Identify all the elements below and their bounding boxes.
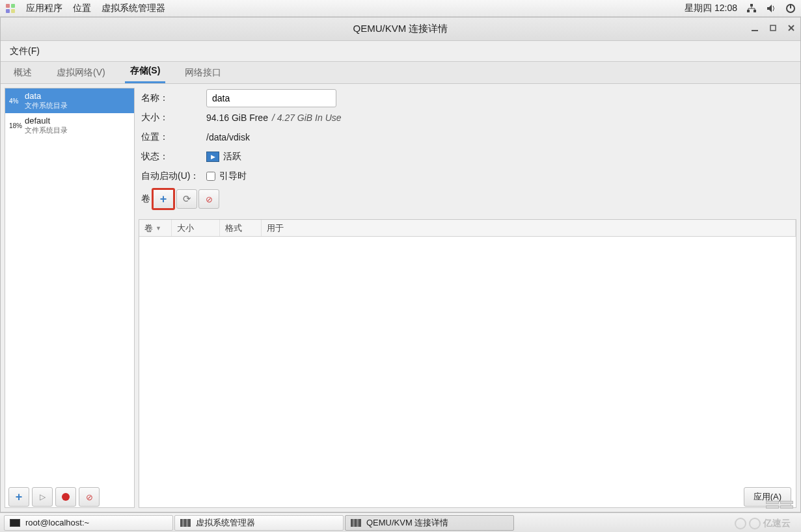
tab-network-interfaces[interactable]: 网络接口 [180, 62, 226, 83]
stop-pool-button[interactable] [55, 487, 76, 507]
pool-action-buttons: + ▷ ⊘ [8, 487, 100, 507]
label-size: 大小： [141, 112, 206, 124]
volumes-body-empty [139, 237, 796, 507]
col-size[interactable]: 大小 [172, 220, 220, 236]
menu-places[interactable]: 位置 [73, 3, 91, 14]
window-title: QEMU/KVM 连接详情 [353, 23, 448, 35]
pool-name: default [25, 116, 68, 126]
delete-icon: ⊘ [206, 194, 213, 204]
vm-icon [180, 519, 191, 527]
svg-rect-11 [770, 25, 776, 31]
storage-pool-list: 4% data 文件系统目录 18% default 文件系统目录 [5, 88, 135, 508]
volumes-table: 卷▼ 大小 格式 用于 [139, 219, 796, 508]
task-virt-manager[interactable]: 虚拟系统管理器 [174, 515, 344, 531]
svg-rect-5 [747, 10, 750, 12]
apps-menu-icon [5, 3, 16, 14]
connection-details-window: QEMU/KVM 连接详情 文件(F) 概述 虚拟网络(V) 存储(S) 网络接… [0, 17, 801, 512]
menu-file[interactable]: 文件(F) [6, 43, 44, 60]
label-location: 位置： [141, 131, 206, 143]
delete-icon: ⊘ [86, 492, 93, 502]
state-value: 活跃 [223, 151, 241, 163]
workspace-pager[interactable] [766, 501, 794, 510]
svg-marker-7 [767, 5, 772, 12]
svg-rect-2 [6, 9, 10, 13]
label-autostart: 自动启动(U)： [141, 170, 206, 182]
watermark-text: 亿速云 [763, 518, 791, 529]
svg-rect-0 [6, 4, 10, 8]
location-value: /data/vdisk [206, 132, 250, 142]
svg-rect-4 [750, 4, 753, 7]
volumes-header: 卷▼ 大小 格式 用于 [139, 220, 796, 237]
pool-type: 文件系统目录 [25, 101, 68, 111]
task-connection-details[interactable]: QEMU/KVM 连接详情 [345, 515, 514, 531]
delete-volume-button[interactable]: ⊘ [198, 189, 219, 209]
maximize-button[interactable] [768, 23, 778, 33]
tab-storage[interactable]: 存储(S) [125, 60, 166, 83]
clock[interactable]: 星期四 12:08 [685, 3, 737, 14]
watermark-icon [749, 518, 761, 529]
add-volume-button[interactable]: + [152, 188, 175, 210]
minimize-button[interactable] [750, 23, 760, 33]
plus-icon: + [16, 490, 23, 504]
label-volumes: 卷 [141, 193, 152, 205]
menu-vmm[interactable]: 虚拟系统管理器 [102, 3, 165, 14]
tabs: 概述 虚拟网络(V) 存储(S) 网络接口 [1, 62, 800, 84]
taskbar: root@localhost:~ 虚拟系统管理器 QEMU/KVM 连接详情 [0, 512, 801, 532]
network-icon[interactable] [746, 3, 757, 14]
delete-pool-button[interactable]: ⊘ [79, 487, 100, 507]
col-format[interactable]: 格式 [220, 220, 262, 236]
power-icon[interactable] [785, 3, 796, 14]
svg-rect-1 [11, 4, 15, 8]
task-label: 虚拟系统管理器 [196, 517, 255, 529]
terminal-icon [10, 519, 20, 527]
task-label: root@localhost:~ [25, 518, 89, 527]
autostart-checkbox[interactable] [206, 172, 215, 181]
pool-details: 名称： 大小： 94.16 GiB Free / 4.27 GiB In Use… [139, 88, 796, 508]
tab-virtual-networks[interactable]: 虚拟网络(V) [51, 62, 111, 83]
system-panel: 应用程序 位置 虚拟系统管理器 星期四 12:08 [0, 0, 801, 17]
pool-usage-pct: 18% [9, 122, 22, 129]
pool-usage-pct: 4% [9, 98, 22, 105]
titlebar: QEMU/KVM 连接详情 [1, 18, 800, 41]
watermark-icon [735, 518, 746, 529]
task-label: QEMU/KVM 连接详情 [366, 517, 448, 529]
stop-icon [62, 493, 70, 501]
label-name: 名称： [141, 92, 206, 104]
autostart-text: 引导时 [219, 170, 247, 182]
add-pool-button[interactable]: + [8, 487, 29, 507]
vm-icon [351, 519, 361, 527]
pool-item-data[interactable]: 4% data 文件系统目录 [5, 88, 134, 113]
volume-icon[interactable] [766, 3, 776, 14]
task-terminal[interactable]: root@localhost:~ [4, 515, 173, 531]
watermark: 亿速云 [735, 518, 791, 529]
menu-applications[interactable]: 应用程序 [26, 3, 62, 14]
tab-overview[interactable]: 概述 [8, 62, 37, 83]
refresh-icon: ⟳ [183, 193, 191, 205]
refresh-volumes-button[interactable]: ⟳ [176, 189, 197, 209]
label-state: 状态： [141, 151, 206, 163]
pool-name-input[interactable] [206, 89, 336, 107]
svg-rect-6 [753, 10, 756, 12]
pool-name: data [25, 91, 68, 101]
start-pool-button[interactable]: ▷ [32, 487, 53, 507]
play-icon: ▷ [40, 492, 46, 501]
sort-desc-icon: ▼ [156, 225, 161, 232]
col-volume[interactable]: 卷▼ [139, 220, 172, 236]
pool-type: 文件系统目录 [25, 126, 68, 135]
close-button[interactable] [786, 23, 796, 33]
size-used: / 4.27 GiB In Use [272, 113, 342, 123]
state-active-icon [206, 152, 219, 162]
size-free: 94.16 GiB Free [206, 113, 268, 123]
plus-icon: + [160, 193, 167, 206]
col-usedby[interactable]: 用于 [262, 220, 796, 236]
svg-rect-3 [11, 9, 15, 13]
pool-item-default[interactable]: 18% default 文件系统目录 [5, 113, 134, 138]
menubar: 文件(F) [1, 41, 800, 62]
